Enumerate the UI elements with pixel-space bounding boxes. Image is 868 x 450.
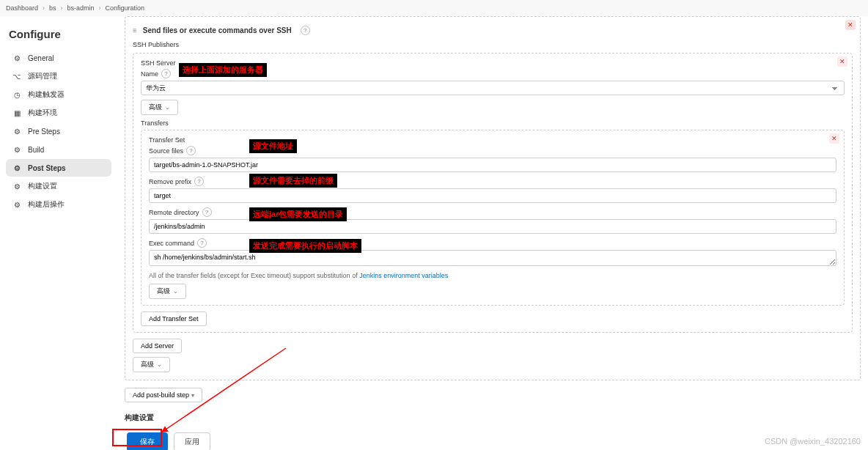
sidebar-item-general[interactable]: ⚙General xyxy=(6,49,111,67)
chevron-down-icon: ⌄ xyxy=(165,104,170,111)
crumb-dashboard[interactable]: Dashboard xyxy=(6,4,38,12)
ssh-section-title: Send files or execute commands over SSH xyxy=(143,26,292,34)
grid-icon: ▦ xyxy=(12,108,22,118)
remote-dir-label: Remote directory xyxy=(149,209,199,216)
ssh-publishers-advanced-button[interactable]: 高级⌄ xyxy=(133,357,170,372)
crumb-configuration[interactable]: Configuration xyxy=(106,4,145,12)
source-files-input[interactable] xyxy=(149,158,836,172)
clock-icon: ◷ xyxy=(12,89,22,100)
env-vars-link[interactable]: Jenkins environment variables xyxy=(359,272,448,279)
sidebar-item-triggers[interactable]: ◷构建触发器 xyxy=(6,86,111,103)
configure-title: Configure xyxy=(6,23,111,49)
sidebar-item-post-build[interactable]: ⚙构建后操作 xyxy=(6,196,111,213)
crumb-bs-admin[interactable]: bs-admin xyxy=(67,4,95,12)
transfer-set-box: ✕ Transfer Set Source files? Remove pref… xyxy=(141,130,845,306)
sidebar-item-build[interactable]: ⚙Build xyxy=(6,141,111,158)
ssh-server-advanced-button[interactable]: 高级⌄ xyxy=(141,100,178,115)
ssh-panel: ✕ ≡ Send files or execute commands over … xyxy=(125,16,861,380)
ssh-publishers-label: SSH Publishers xyxy=(133,41,853,48)
chevron-down-icon: ▾ xyxy=(191,392,194,399)
gear-icon: ⚙ xyxy=(12,199,22,210)
gear-icon: ⚙ xyxy=(12,126,22,136)
help-icon[interactable]: ? xyxy=(202,207,212,217)
sidebar-item-post-steps[interactable]: ⚙Post Steps xyxy=(6,159,111,177)
substitution-note: All of the transfer fields (except for E… xyxy=(149,272,836,279)
remove-transfer-set-button[interactable]: ✕ xyxy=(829,133,839,144)
remove-prefix-label: Remove prefix xyxy=(149,178,191,185)
name-label: Name xyxy=(141,70,158,78)
sidebar-item-pre-steps[interactable]: ⚙Pre Steps xyxy=(6,122,111,140)
sidebar-item-build-settings[interactable]: ⚙构建设置 xyxy=(6,177,111,195)
help-icon[interactable]: ? xyxy=(161,69,171,78)
crumb-bs[interactable]: bs xyxy=(49,4,56,12)
help-icon[interactable]: ? xyxy=(301,26,310,35)
ssh-server-select[interactable]: 华为云 xyxy=(141,81,845,95)
apply-button[interactable]: 应用 xyxy=(174,432,210,450)
add-post-build-step-button[interactable]: Add post-build step ▾ xyxy=(125,388,202,402)
build-settings-heading: 构建设置 xyxy=(125,413,861,423)
help-icon[interactable]: ? xyxy=(197,238,207,248)
transfer-set-label: Transfer Set xyxy=(149,136,836,144)
remove-prefix-input[interactable] xyxy=(149,188,836,203)
exec-cmd-textarea[interactable]: sh /home/jenkins/bs/admin/start.sh xyxy=(149,250,836,266)
exec-cmd-label: Exec command xyxy=(149,240,194,247)
add-transfer-set-button[interactable]: Add Transfer Set xyxy=(141,311,207,326)
help-icon[interactable]: ? xyxy=(194,177,204,186)
bottom-bar: 保存 应用 xyxy=(125,429,861,450)
remove-ssh-step-button[interactable]: ✕ xyxy=(845,20,856,30)
gear-icon: ⚙ xyxy=(12,53,22,63)
add-server-button[interactable]: Add Server xyxy=(133,339,182,353)
branch-icon: ⌥ xyxy=(12,71,22,81)
remove-ssh-server-button[interactable]: ✕ xyxy=(837,56,847,67)
ssh-server-heading: SSH Server xyxy=(141,59,845,67)
gear-icon: ⚙ xyxy=(12,181,22,191)
source-files-label: Source files xyxy=(149,147,183,155)
content: ✕ ≡ Send files or execute commands over … xyxy=(117,16,868,450)
drag-handle-icon[interactable]: ≡ xyxy=(133,26,137,34)
transfers-label: Transfers xyxy=(141,119,845,127)
save-button[interactable]: 保存 xyxy=(127,432,168,450)
remote-dir-input[interactable] xyxy=(149,219,836,234)
sidebar-item-scm[interactable]: ⌥源码管理 xyxy=(6,67,111,85)
sidebar: Configure ⚙General ⌥源码管理 ◷构建触发器 ▦构建环境 ⚙P… xyxy=(0,16,117,450)
chevron-down-icon: ⌄ xyxy=(173,288,178,295)
ssh-server-box: ✕ SSH Server Name ? 华为云 高级⌄ Transfers ✕ … xyxy=(133,53,853,333)
gear-icon: ⚙ xyxy=(12,144,22,155)
breadcrumb: Dashboard› bs› bs-admin› Configuration xyxy=(0,0,868,16)
transfer-set-advanced-button[interactable]: 高级⌄ xyxy=(149,284,186,299)
chevron-down-icon: ⌄ xyxy=(157,361,162,368)
sidebar-item-env[interactable]: ▦构建环境 xyxy=(6,104,111,122)
gear-icon: ⚙ xyxy=(12,163,22,173)
watermark: CSDN @weixin_43202160 xyxy=(765,437,861,446)
help-icon[interactable]: ? xyxy=(186,146,196,155)
